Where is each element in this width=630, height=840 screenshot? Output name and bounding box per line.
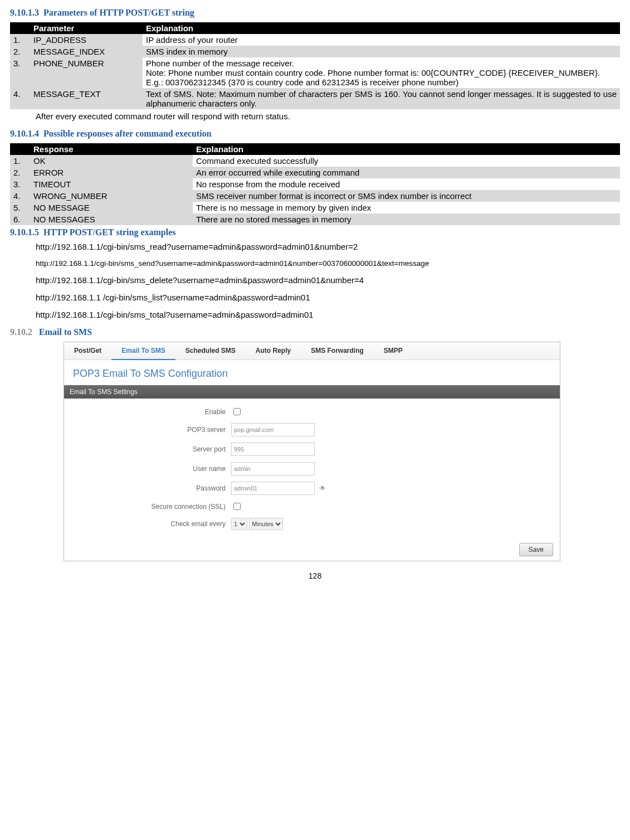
heading-text: Possible responses after command executi… <box>43 129 212 138</box>
username-input[interactable] <box>231 462 315 475</box>
save-button[interactable]: Save <box>519 543 553 556</box>
row-parameter: MESSAGE_INDEX <box>30 46 143 57</box>
post-table-note: After every executed command router will… <box>36 111 620 121</box>
heading-number: 9.10.1.5 <box>10 227 39 237</box>
row-explanation: Command executed successfully <box>193 155 620 167</box>
row-number: 5. <box>10 202 30 213</box>
panel-title: POP3 Email To SMS Configuration <box>64 360 560 385</box>
responses-table: Response Explanation 1.OKCommand execute… <box>10 143 620 225</box>
table-row: 4.MESSAGE_TEXTText of SMS. Note: Maximum… <box>10 88 620 109</box>
heading-9-10-1-4: 9.10.1.4 Possible responses after comman… <box>10 129 620 139</box>
eye-icon[interactable]: 👁 <box>319 484 326 492</box>
row-explanation: SMS index in memory <box>143 46 620 57</box>
check-interval-unit-select[interactable]: Minutes <box>249 518 283 530</box>
tab-auto-reply[interactable]: Auto Reply <box>246 342 301 360</box>
example-url: http://192.168.1.1/cgi-bin/sms_read?user… <box>36 242 620 251</box>
table-row: 3.PHONE_NUMBERPhone number of the messag… <box>10 57 620 88</box>
col-explanation: Explanation <box>193 143 620 155</box>
row-explanation: No response from the module received <box>193 178 620 190</box>
table-row: 3.TIMEOUTNo response from the module rec… <box>10 178 620 190</box>
heading-9-10-1-3: 9.10.1.3 Parameters of HTTP POST/GET str… <box>10 8 620 18</box>
row-response: WRONG_NUMBER <box>30 190 193 202</box>
tab-post-get[interactable]: Post/Get <box>64 342 111 360</box>
row-response: NO MESSAGE <box>30 202 193 213</box>
heading-text: Parameters of HTTP POST/GET string <box>43 8 194 17</box>
row-number: 2. <box>10 46 30 57</box>
label-enable: Enable <box>64 408 231 416</box>
heading-number: 9.10.2 <box>10 327 32 337</box>
page-number: 128 <box>10 571 620 580</box>
row-response: OK <box>30 155 193 167</box>
row-explanation: There are no stored messages in memory <box>193 213 620 225</box>
label-ssl: Secure connection (SSL) <box>64 503 231 511</box>
example-url: http://192.168.1.1/cgi-bin/sms_send?user… <box>36 259 620 268</box>
tab-sms-forwarding[interactable]: SMS Forwarding <box>301 342 374 360</box>
heading-text: HTTP POST/GET string examples <box>43 227 176 237</box>
tab-scheduled-sms[interactable]: Scheduled SMS <box>175 342 246 360</box>
label-pop3: POP3 server <box>64 426 231 434</box>
example-url: http://192.168.1.1 /cgi-bin/sms_list?use… <box>36 293 620 302</box>
label-check: Check email every <box>64 520 231 528</box>
label-port: Server port <box>64 445 231 453</box>
heading-9-10-2: 9.10.2 Email to SMS <box>10 327 620 337</box>
col-response: Response <box>30 143 193 155</box>
password-input[interactable] <box>231 482 315 495</box>
row-number: 3. <box>10 178 30 190</box>
heading-text: Email to SMS <box>39 327 92 337</box>
row-explanation: There is no message in memory by given i… <box>193 202 620 213</box>
table-row: 1.IP_ADDRESSIP address of your router <box>10 34 620 46</box>
tab-smpp[interactable]: SMPP <box>374 342 413 360</box>
table-row: 1.OKCommand executed successfully <box>10 155 620 167</box>
tab-email-to-sms[interactable]: Email To SMS <box>111 342 175 360</box>
row-number: 1. <box>10 155 30 167</box>
enable-checkbox[interactable] <box>233 408 241 415</box>
example-url: http://192.168.1.1/cgi-bin/sms_delete?us… <box>36 275 620 285</box>
server-port-input[interactable] <box>231 443 315 456</box>
section-bar: Email To SMS Settings <box>64 385 560 399</box>
row-number: 4. <box>10 190 30 202</box>
row-response: ERROR <box>30 167 193 178</box>
row-explanation: Phone number of the message receiver.Not… <box>143 57 620 88</box>
row-number: 6. <box>10 213 30 225</box>
example-url: http://192.168.1.1/cgi-bin/sms_total?use… <box>36 310 620 319</box>
col-explanation: Explanation <box>143 22 620 34</box>
email-to-sms-screenshot: Post/GetEmail To SMSScheduled SMSAuto Re… <box>64 342 560 561</box>
table-row: 4.WRONG_NUMBERSMS receiver number format… <box>10 190 620 202</box>
form-area: Enable POP3 server Server port User name… <box>64 399 560 540</box>
row-explanation: Text of SMS. Note: Maximum number of cha… <box>143 88 620 109</box>
row-explanation: IP address of your router <box>143 34 620 46</box>
examples-block: http://192.168.1.1/cgi-bin/sms_read?user… <box>36 242 620 319</box>
tabs-row: Post/GetEmail To SMSScheduled SMSAuto Re… <box>64 342 560 360</box>
pop3-server-input[interactable] <box>231 423 315 436</box>
button-bar: Save <box>64 540 560 556</box>
row-parameter: IP_ADDRESS <box>30 34 143 46</box>
row-number: 1. <box>10 34 30 46</box>
heading-number: 9.10.1.4 <box>10 129 39 138</box>
label-user: User name <box>64 465 231 473</box>
parameters-table: Parameter Explanation 1.IP_ADDRESSIP add… <box>10 22 620 109</box>
row-response: NO MESSAGES <box>30 213 193 225</box>
row-number: 3. <box>10 57 30 88</box>
ssl-checkbox[interactable] <box>233 503 241 510</box>
check-interval-number-select[interactable]: 1 <box>231 518 247 530</box>
heading-9-10-1-5: 9.10.1.5 HTTP POST/GET string examples <box>10 227 620 237</box>
table-row: 2.MESSAGE_INDEXSMS index in memory <box>10 46 620 57</box>
row-explanation: An error occurred while executing comman… <box>193 167 620 178</box>
row-parameter: PHONE_NUMBER <box>30 57 143 88</box>
table-row: 6.NO MESSAGESThere are no stored message… <box>10 213 620 225</box>
label-pass: Password <box>64 484 231 492</box>
col-parameter: Parameter <box>30 22 143 34</box>
row-number: 2. <box>10 167 30 178</box>
heading-number: 9.10.1.3 <box>10 8 39 17</box>
row-response: TIMEOUT <box>30 178 193 190</box>
row-explanation: SMS receiver number format is incorrect … <box>193 190 620 202</box>
row-parameter: MESSAGE_TEXT <box>30 88 143 109</box>
row-number: 4. <box>10 88 30 109</box>
table-row: 5.NO MESSAGEThere is no message in memor… <box>10 202 620 213</box>
table-row: 2.ERRORAn error occurred while executing… <box>10 167 620 178</box>
